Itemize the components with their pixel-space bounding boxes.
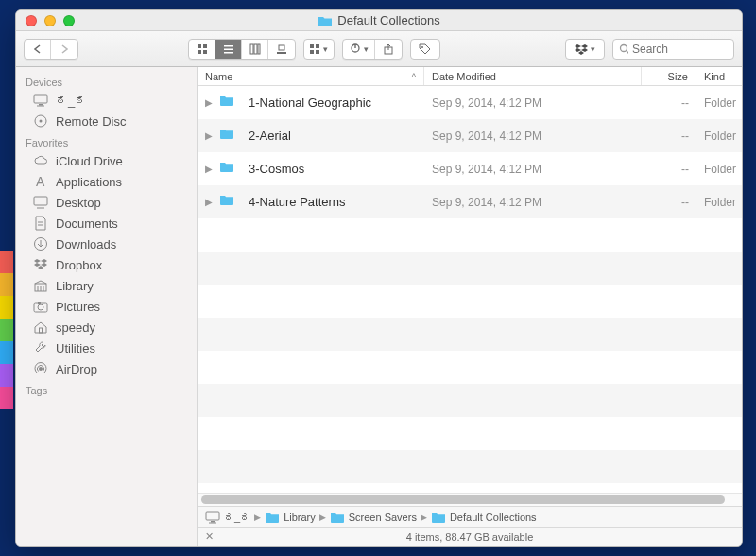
file-name: 4-Nature Patterns — [249, 195, 346, 209]
file-kind: Folder — [696, 163, 742, 176]
sidebar-item-remote-disc[interactable]: Remote Disc — [16, 111, 197, 131]
sidebar: Devicesಠ_ಠRemote DiscFavoritesiCloud Dri… — [16, 67, 198, 546]
tags-button[interactable] — [410, 39, 440, 60]
imac-icon — [33, 93, 48, 108]
svg-text:A: A — [36, 174, 45, 189]
breadcrumb-item[interactable]: ಠ_ಠ — [205, 511, 250, 524]
column-size-header[interactable]: Size — [642, 67, 696, 85]
sidebar-item-pictures[interactable]: Pictures — [16, 296, 197, 317]
desktop-accent — [0, 251, 13, 273]
window-title-text: Default Collections — [337, 13, 439, 27]
home-icon — [33, 320, 48, 335]
folder-icon — [431, 512, 446, 523]
arrange-button[interactable]: ▾ — [303, 39, 335, 60]
close-pathbar-button[interactable]: ✕ — [205, 530, 214, 543]
sidebar-item-airdrop[interactable]: AirDrop — [16, 358, 197, 379]
dropbox-icon — [33, 257, 48, 272]
library-icon — [33, 278, 48, 293]
dropbox-toolbar-button[interactable]: ▾ — [565, 39, 605, 60]
svg-rect-9 — [258, 44, 260, 54]
view-list-button[interactable] — [215, 40, 242, 59]
sidebar-item-dropbox[interactable]: Dropbox — [16, 254, 197, 275]
disclosure-triangle-icon[interactable]: ▶ — [205, 164, 213, 174]
svg-point-38 — [38, 304, 43, 310]
svg-rect-17 — [354, 44, 355, 48]
sidebar-item-desktop[interactable]: Desktop — [16, 192, 197, 213]
file-date: Sep 9, 2014, 4:12 PM — [424, 196, 642, 209]
desktop-accent — [0, 296, 13, 319]
column-date-label: Date Modified — [432, 71, 496, 82]
forward-button[interactable] — [51, 40, 77, 59]
file-row[interactable]: ▶ 3-Cosmos Sep 9, 2014, 4:12 PM -- Folde… — [198, 152, 742, 185]
sidebar-item-library[interactable]: Library — [16, 275, 197, 296]
svg-rect-0 — [198, 44, 201, 48]
sidebar-item-speedy[interactable]: speedy — [16, 317, 197, 338]
sidebar-section-label: Favorites — [16, 131, 197, 150]
sidebar-item-label: iCloud Drive — [56, 154, 123, 168]
scrollbar-thumb[interactable] — [201, 495, 725, 504]
share-button[interactable] — [375, 40, 402, 59]
back-button[interactable] — [25, 40, 51, 59]
breadcrumb-item[interactable]: Default Collections — [431, 512, 537, 523]
view-columns-button[interactable] — [242, 40, 268, 59]
file-size: -- — [642, 196, 696, 209]
svg-rect-39 — [38, 302, 41, 304]
breadcrumb-label: Screen Savers — [349, 512, 417, 523]
sidebar-item-label: Library — [56, 279, 94, 293]
horizontal-scrollbar[interactable] — [198, 493, 742, 506]
titlebar: Default Collections — [16, 10, 742, 31]
sidebar-item-label: ಠ_ಠ — [56, 94, 87, 108]
view-icon-button[interactable] — [189, 40, 215, 59]
docs-icon — [33, 216, 48, 231]
file-kind: Folder — [696, 96, 742, 110]
close-button[interactable] — [26, 15, 37, 26]
search-input[interactable] — [632, 43, 728, 56]
folder-icon — [318, 15, 333, 26]
folder-icon — [219, 161, 242, 178]
column-size-label: Size — [668, 71, 688, 82]
view-mode-segment — [188, 39, 296, 60]
toolbar: ▾ ▾ ▾ — [16, 31, 742, 67]
view-coverflow-button[interactable] — [268, 40, 295, 59]
file-row[interactable]: ▶ 2-Aerial Sep 9, 2014, 4:12 PM -- Folde… — [198, 119, 742, 152]
apps-icon: A — [33, 174, 48, 189]
svg-rect-40 — [40, 328, 43, 333]
sort-indicator-icon: ^ — [412, 72, 416, 81]
column-kind-header[interactable]: Kind — [696, 67, 742, 85]
file-size: -- — [642, 96, 696, 110]
svg-rect-10 — [279, 45, 284, 50]
desktop-accent — [0, 273, 13, 296]
sidebar-item--[interactable]: ಠ_ಠ — [16, 90, 197, 111]
sidebar-item-label: speedy — [56, 321, 95, 335]
column-header: Name ^ Date Modified Size Kind — [198, 67, 742, 86]
folder-icon — [265, 512, 280, 523]
sidebar-item-utilities[interactable]: Utilities — [16, 338, 197, 358]
disclosure-triangle-icon[interactable]: ▶ — [205, 197, 213, 207]
breadcrumb-item[interactable]: Screen Savers — [330, 512, 417, 523]
column-date-header[interactable]: Date Modified — [424, 67, 642, 85]
desktop-accent — [0, 364, 13, 387]
svg-rect-24 — [37, 106, 44, 107]
desktop-accent — [0, 319, 13, 341]
file-row[interactable]: ▶ 1-National Geographic Sep 9, 2014, 4:1… — [198, 86, 742, 119]
sidebar-item-downloads[interactable]: Downloads — [16, 234, 197, 254]
column-name-header[interactable]: Name ^ — [198, 67, 424, 85]
empty-row — [198, 384, 742, 417]
file-row[interactable]: ▶ 4-Nature Patterns Sep 9, 2014, 4:12 PM… — [198, 185, 742, 218]
search-field[interactable] — [612, 39, 735, 60]
cloud-icon — [33, 153, 48, 168]
breadcrumb-item[interactable]: Library — [265, 512, 316, 523]
action-button[interactable]: ▾ — [343, 40, 375, 59]
sidebar-item-icloud-drive[interactable]: iCloud Drive — [16, 150, 197, 171]
sidebar-item-applications[interactable]: AApplications — [16, 171, 197, 192]
sidebar-item-documents[interactable]: Documents — [16, 213, 197, 234]
file-kind: Folder — [696, 196, 742, 209]
minimize-button[interactable] — [44, 15, 56, 26]
svg-rect-22 — [34, 95, 47, 103]
disclosure-triangle-icon[interactable]: ▶ — [205, 130, 213, 141]
sidebar-item-label: Remote Disc — [56, 114, 126, 129]
zoom-button[interactable] — [63, 15, 75, 26]
chevron-down-icon: ▾ — [364, 44, 369, 54]
disclosure-triangle-icon[interactable]: ▶ — [205, 97, 213, 108]
empty-row — [198, 351, 742, 384]
